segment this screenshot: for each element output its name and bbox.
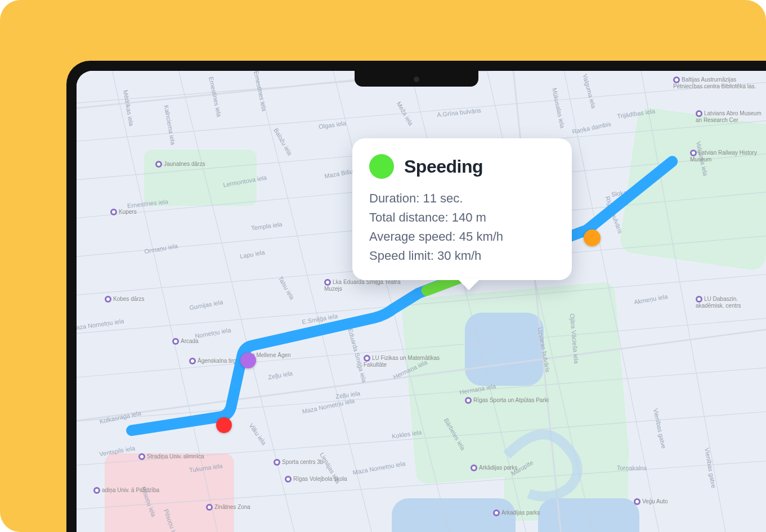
status-dot-icon	[369, 154, 394, 179]
map-screen[interactable]: Ernestīnes ielaMēdrikas ielaKalnciema ie…	[77, 71, 766, 532]
tooltip-row: Total distance: 140 m	[369, 208, 555, 227]
hero-card: Ernestīnes ielaMēdrikas ielaKalnciema ie…	[0, 0, 766, 532]
tooltip-row: Speed limit: 30 km/h	[369, 246, 555, 265]
laptop-notch	[355, 71, 478, 87]
map-park-area	[619, 106, 766, 272]
route-marker-event[interactable]	[584, 229, 601, 246]
route-marker-harsh-braking[interactable]	[216, 417, 232, 433]
tooltip-row: Duration: 11 sec.	[369, 189, 555, 208]
map-water-area	[538, 498, 639, 532]
map-park-area	[144, 150, 257, 206]
tooltip-row: Average speed: 45 km/h	[369, 227, 555, 246]
map-water-area	[465, 313, 544, 386]
event-tooltip: Speeding Duration: 11 sec.Total distance…	[352, 138, 572, 280]
map-water-area	[392, 498, 516, 532]
tooltip-title: Speeding	[404, 156, 483, 177]
laptop-frame: Ernestīnes ielaMēdrikas ielaKalnciema ie…	[66, 61, 766, 532]
map-hospital-area	[105, 453, 234, 532]
route-marker-event[interactable]	[240, 353, 256, 368]
